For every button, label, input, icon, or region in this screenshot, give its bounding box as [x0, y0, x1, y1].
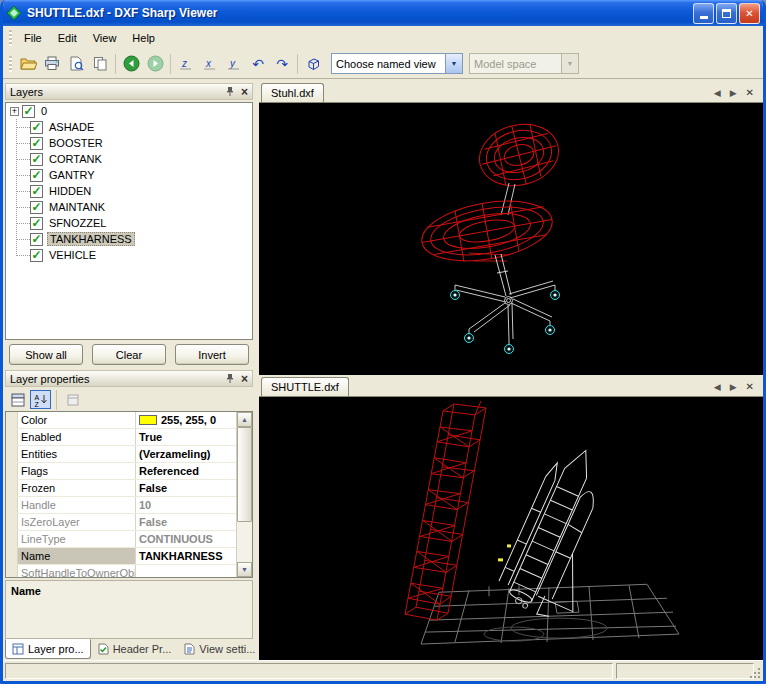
tab-view-settings[interactable]: View setti... — [177, 639, 261, 659]
property-row-readonly[interactable]: SoftHandleToOwnerObj — [6, 565, 236, 577]
layer-checkbox[interactable]: ✓ — [30, 201, 43, 214]
properties-panel-header[interactable]: Layer properties × — [5, 370, 253, 387]
view-x-button[interactable]: x — [198, 53, 222, 75]
property-row-readonly[interactable]: IsZeroLayer False — [6, 514, 236, 531]
dropdown-arrow-icon[interactable]: ▼ — [445, 54, 462, 73]
print-button[interactable] — [40, 53, 64, 75]
rotate-ccw-button[interactable]: ↶ — [246, 53, 270, 75]
property-name[interactable]: Enabled — [18, 429, 136, 445]
layer-checkbox[interactable]: ✓ — [30, 153, 43, 166]
doc-next-icon[interactable]: ▶ — [730, 88, 737, 98]
panel-close-icon[interactable]: × — [241, 87, 248, 97]
clear-button[interactable]: Clear — [92, 344, 166, 365]
view-z-button[interactable]: z — [174, 53, 198, 75]
doc-prev-icon[interactable]: ◀ — [714, 88, 721, 98]
property-row[interactable]: Enabled True — [6, 429, 236, 446]
doc-close-icon[interactable]: ✕ — [746, 87, 754, 98]
layer-checkbox[interactable]: ✓ — [22, 105, 35, 118]
minimize-button[interactable] — [693, 3, 714, 24]
layer-checkbox[interactable]: ✓ — [30, 249, 43, 262]
layer-label[interactable]: ASHADE — [47, 121, 96, 133]
view-y-button[interactable]: y — [222, 53, 246, 75]
property-row-readonly[interactable]: Handle 10 — [6, 497, 236, 514]
property-row-selected[interactable]: Name TANKHARNESS — [6, 548, 236, 565]
invert-button[interactable]: Invert — [175, 344, 249, 365]
layer-item[interactable]: ✓ ASHADE — [6, 119, 252, 135]
layer-checkbox[interactable]: ✓ — [30, 121, 43, 134]
property-value[interactable]: TANKHARNESS — [136, 548, 236, 564]
menu-file[interactable]: File — [16, 28, 50, 48]
property-row-readonly[interactable]: LineType CONTINUOUS — [6, 531, 236, 548]
tab-layer-properties[interactable]: Layer pro... — [5, 639, 91, 659]
show-all-button[interactable]: Show all — [9, 344, 83, 365]
layer-item[interactable]: ✓ HIDDEN — [6, 183, 252, 199]
pin-icon[interactable] — [225, 86, 235, 97]
property-name[interactable]: Entities — [18, 446, 136, 462]
viewport-shuttle[interactable] — [259, 397, 763, 660]
layer-label[interactable]: VEHICLE — [47, 249, 98, 261]
property-name[interactable]: Flags — [18, 463, 136, 479]
scroll-up-button[interactable]: ▲ — [237, 412, 252, 427]
view-3d-button[interactable] — [301, 53, 325, 75]
alphabetical-button[interactable]: A Z — [30, 390, 51, 409]
doc-prev-icon[interactable]: ◀ — [714, 382, 721, 392]
layer-checkbox[interactable]: ✓ — [30, 233, 43, 246]
layer-label[interactable]: GANTRY — [47, 169, 97, 181]
named-view-combo[interactable]: Choose named view ▼ — [331, 53, 463, 74]
property-value[interactable]: (Verzameling) — [136, 446, 236, 462]
layer-item[interactable]: ✓ VEHICLE — [6, 247, 252, 263]
layer-label[interactable]: MAINTANK — [47, 201, 107, 213]
layer-label[interactable]: HIDDEN — [47, 185, 93, 197]
layer-item[interactable]: ✓ GANTRY — [6, 167, 252, 183]
back-button[interactable] — [119, 53, 143, 75]
property-value[interactable]: True — [136, 429, 236, 445]
scrollbar-thumb[interactable] — [237, 427, 252, 522]
viewport-stuhl[interactable] — [259, 103, 763, 375]
layer-item[interactable]: ✓ CORTANK — [6, 151, 252, 167]
property-row[interactable]: Flags Referenced — [6, 463, 236, 480]
forward-button[interactable] — [143, 53, 167, 75]
menubar-grip[interactable] — [9, 30, 12, 46]
property-grid-scrollbar[interactable]: ▲ ▼ — [236, 412, 252, 577]
property-name[interactable]: LineType — [18, 531, 136, 547]
property-name[interactable]: Handle — [18, 497, 136, 513]
layer-label[interactable]: TANKHARNESS — [47, 232, 135, 246]
property-name[interactable]: SoftHandleToOwnerObj — [18, 565, 136, 577]
layer-checkbox[interactable]: ✓ — [30, 169, 43, 182]
layer-label[interactable]: SFNOZZEL — [47, 217, 108, 229]
layers-tree[interactable]: + ✓ 0 ✓ ASHADE ✓ BOOSTER ✓ CORTAN — [5, 102, 253, 340]
copy-button[interactable] — [88, 53, 112, 75]
doc-next-icon[interactable]: ▶ — [730, 382, 737, 392]
layer-checkbox[interactable]: ✓ — [30, 137, 43, 150]
rotate-cw-button[interactable]: ↷ — [270, 53, 294, 75]
property-name[interactable]: IsZeroLayer — [18, 514, 136, 530]
layer-label[interactable]: BOOSTER — [47, 137, 105, 149]
layer-checkbox[interactable]: ✓ — [30, 185, 43, 198]
document-tab[interactable]: SHUTTLE.dxf — [261, 377, 349, 396]
close-button[interactable]: ✕ — [739, 3, 760, 24]
property-value[interactable]: Referenced — [136, 463, 236, 479]
layer-label[interactable]: 0 — [39, 105, 49, 117]
property-row[interactable]: Color 255, 255, 0 — [6, 412, 236, 429]
property-row[interactable]: Entities (Verzameling) — [6, 446, 236, 463]
layer-item[interactable]: ✓ BOOSTER — [6, 135, 252, 151]
pin-icon[interactable] — [225, 373, 235, 384]
menu-view[interactable]: View — [85, 28, 125, 48]
layer-checkbox[interactable]: ✓ — [30, 217, 43, 230]
export-image-button[interactable] — [64, 53, 88, 75]
toolbar-grip[interactable] — [9, 56, 12, 72]
open-button[interactable] — [16, 53, 40, 75]
layer-label[interactable]: CORTANK — [47, 153, 104, 165]
property-name[interactable]: Frozen — [18, 480, 136, 496]
property-name[interactable]: Color — [18, 412, 136, 428]
menu-help[interactable]: Help — [124, 28, 163, 48]
title-bar[interactable]: SHUTTLE.dxf - DXF Sharp Viewer ✕ — [0, 0, 766, 26]
panel-close-icon[interactable]: × — [241, 374, 248, 384]
layer-item[interactable]: + ✓ 0 — [6, 103, 252, 119]
property-row[interactable]: Frozen False — [6, 480, 236, 497]
layer-item-selected[interactable]: ✓ TANKHARNESS — [6, 231, 252, 247]
doc-close-icon[interactable]: ✕ — [746, 381, 754, 392]
scroll-down-button[interactable]: ▼ — [237, 562, 252, 577]
categorized-button[interactable] — [7, 390, 28, 409]
layers-panel-header[interactable]: Layers × — [5, 83, 253, 100]
